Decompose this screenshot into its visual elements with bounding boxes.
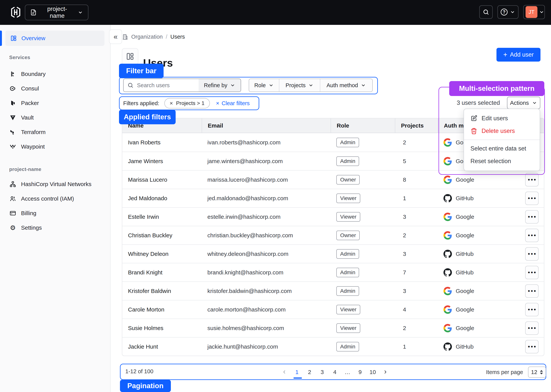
sidebar-item-label: Overview: [21, 35, 45, 42]
refine-by-dropdown[interactable]: Refine by: [198, 79, 241, 92]
page-number[interactable]: 9: [356, 369, 364, 375]
user-name: Jame Winters: [122, 158, 202, 164]
clear-filters-button[interactable]: × Clear filters: [215, 100, 251, 107]
menu-item-delete-users[interactable]: Delete users: [464, 125, 540, 137]
sidebar-item-billing[interactable]: Billing: [5, 206, 105, 220]
chevron-down-icon: [268, 83, 274, 88]
chevron-down-icon: [308, 83, 314, 88]
row-overflow-button[interactable]: •••: [525, 303, 538, 316]
table-row: Jackie Huntjackie.hunt@hashicorp.comAdmi…: [122, 337, 544, 356]
search-button[interactable]: [479, 5, 493, 19]
annotation-filter-bar: Filter bar: [119, 64, 163, 78]
user-name: Whitney Deleon: [122, 251, 202, 257]
sidebar-item-waypoint[interactable]: Waypoint: [5, 140, 105, 154]
previous-page-icon[interactable]: ‹: [281, 368, 288, 376]
menu-item-reset-selection[interactable]: Reset selection: [464, 155, 540, 168]
row-overflow-button[interactable]: •••: [525, 247, 538, 261]
column-header-projects[interactable]: Projects: [395, 118, 438, 133]
row-overflow-button[interactable]: •••: [525, 266, 538, 279]
dashboard-grid-icon: [10, 35, 17, 42]
row-overflow-button[interactable]: •••: [525, 210, 538, 224]
role-badge: Admin: [336, 156, 359, 166]
account-menu-button[interactable]: JT: [523, 5, 545, 19]
google-icon: [444, 213, 452, 221]
projects-count: 4: [395, 306, 438, 313]
row-overflow-button[interactable]: •••: [525, 322, 538, 335]
sidebar-item-settings[interactable]: ⚙ Settings: [5, 220, 105, 235]
column-header-email[interactable]: Email: [202, 118, 331, 133]
sidebar-item-label: Vault: [21, 114, 34, 121]
dashboard-grid-icon: [126, 52, 134, 61]
sidebar-item-access-control[interactable]: Access control (IAM): [5, 191, 105, 206]
items-per-page-stepper[interactable]: 12: [528, 367, 546, 378]
add-user-button[interactable]: + Add user: [496, 48, 540, 62]
page-number[interactable]: 4: [331, 369, 339, 375]
sidebar-item-packer[interactable]: Packer: [5, 96, 105, 110]
projects-count: 7: [395, 269, 438, 276]
search-users-field: [123, 79, 199, 92]
filter-chip-projects[interactable]: × Projects > 1: [164, 98, 210, 108]
user-email: jed.maldonado@hashicorp.com: [202, 195, 331, 202]
projects-count: 2: [395, 325, 438, 331]
actions-dropdown-button[interactable]: Actions: [507, 97, 540, 109]
page-number[interactable]: 10: [369, 369, 376, 375]
user-email: carole.morton@hashicorp.com: [202, 306, 331, 313]
search-users-input[interactable]: [137, 82, 195, 89]
consul-icon: [10, 85, 16, 92]
auth-method-label: GitHub: [456, 269, 473, 276]
auth-method-filter-dropdown[interactable]: Auth method: [320, 79, 372, 91]
row-overflow-button[interactable]: •••: [525, 229, 538, 242]
current-page-indicator: [293, 378, 302, 379]
role-badge: Viewer: [336, 305, 360, 314]
annotation-applied-filters: Applied filters: [119, 110, 176, 124]
sidebar-heading-services: Services: [9, 55, 30, 60]
items-per-page-value: 12: [531, 369, 537, 375]
sidebar-item-boundary[interactable]: Boundary: [5, 67, 105, 81]
hashicorp-logo-icon: [10, 7, 21, 18]
user-name: Jackie Hunt: [122, 343, 202, 350]
next-page-icon[interactable]: ›: [381, 368, 389, 376]
column-header-role[interactable]: Role: [331, 118, 395, 133]
projects-count: 8: [395, 176, 438, 183]
role-filter-dropdown[interactable]: Role: [249, 79, 279, 91]
sidebar-item-label: HashiCorp Virtual Networks: [21, 181, 92, 187]
row-overflow-button[interactable]: •••: [525, 340, 538, 353]
user-name: Ivan Roberts: [122, 139, 202, 146]
auth-method-label: GitHub: [456, 343, 473, 350]
table-row: Susie Holmessusie.holmes@hashicorp.comVi…: [122, 319, 544, 337]
sidebar-item-label: Terraform: [21, 129, 46, 135]
row-overflow-button[interactable]: •••: [525, 173, 538, 186]
row-overflow-button[interactable]: •••: [525, 192, 538, 205]
auth-method-label: GitHub: [456, 195, 473, 202]
page-number[interactable]: 3: [318, 369, 326, 375]
sidebar-item-consul[interactable]: Consul: [5, 81, 105, 96]
menu-item-select-entire-data-set[interactable]: Select entire data set: [464, 142, 540, 155]
user-name: Estelle Irwin: [122, 214, 202, 220]
page-number-current[interactable]: 1: [293, 369, 301, 375]
google-icon: [444, 324, 452, 332]
page-number[interactable]: 2: [306, 369, 313, 375]
sidebar-item-virtual-networks[interactable]: HashiCorp Virtual Networks: [5, 177, 105, 191]
sidebar-item-vault[interactable]: Vault: [5, 110, 105, 125]
project-selector[interactable]: project-name: [25, 5, 88, 20]
menu-item-edit-users[interactable]: Edit users: [464, 112, 540, 125]
sidebar-collapse-button[interactable]: «: [109, 29, 122, 44]
row-overflow-button[interactable]: •••: [525, 284, 538, 298]
sidebar-item-overview[interactable]: Overview: [5, 31, 105, 46]
auth-method-label: Google: [456, 232, 474, 239]
projects-filter-dropdown[interactable]: Projects: [279, 79, 320, 91]
auth-method-label: Google: [456, 325, 474, 331]
breadcrumb-organization[interactable]: Organization: [131, 34, 163, 40]
chevron-down-icon: [539, 9, 544, 15]
ellipsis-icon: •••: [527, 251, 537, 257]
ellipsis-icon: •••: [527, 307, 537, 312]
credit-card-icon: [10, 210, 16, 217]
projects-count: 3: [395, 214, 438, 220]
help-menu-button[interactable]: ?: [497, 5, 518, 19]
sidebar-item-terraform[interactable]: Terraform: [5, 125, 105, 140]
projects-count: 2: [395, 139, 438, 146]
annotation-multi-selection: Multi-selection pattern: [449, 81, 544, 96]
chevron-down-icon: [532, 100, 537, 105]
github-icon: [444, 250, 452, 258]
breadcrumb: Organization / Users: [122, 34, 185, 40]
